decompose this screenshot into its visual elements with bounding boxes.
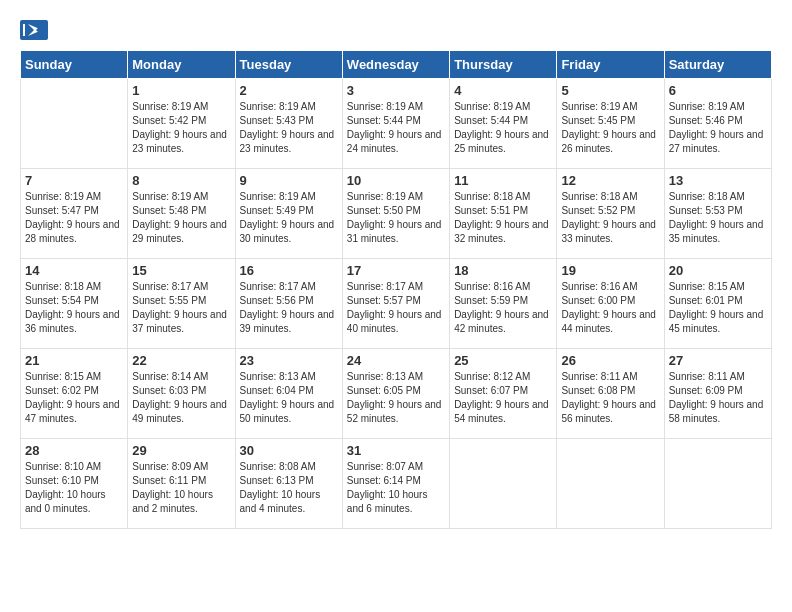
calendar-cell: 18Sunrise: 8:16 AMSunset: 5:59 PMDayligh… <box>450 259 557 349</box>
day-number: 11 <box>454 173 552 188</box>
day-number: 23 <box>240 353 338 368</box>
day-info: Sunrise: 8:19 AMSunset: 5:44 PMDaylight:… <box>347 100 445 156</box>
calendar-cell <box>664 439 771 529</box>
day-number: 4 <box>454 83 552 98</box>
day-info: Sunrise: 8:19 AMSunset: 5:48 PMDaylight:… <box>132 190 230 246</box>
day-number: 27 <box>669 353 767 368</box>
day-number: 19 <box>561 263 659 278</box>
weekday-header: Tuesday <box>235 51 342 79</box>
day-info: Sunrise: 8:11 AMSunset: 6:09 PMDaylight:… <box>669 370 767 426</box>
calendar-cell: 23Sunrise: 8:13 AMSunset: 6:04 PMDayligh… <box>235 349 342 439</box>
calendar-cell: 19Sunrise: 8:16 AMSunset: 6:00 PMDayligh… <box>557 259 664 349</box>
day-number: 5 <box>561 83 659 98</box>
day-number: 10 <box>347 173 445 188</box>
day-number: 30 <box>240 443 338 458</box>
day-info: Sunrise: 8:19 AMSunset: 5:50 PMDaylight:… <box>347 190 445 246</box>
day-info: Sunrise: 8:07 AMSunset: 6:14 PMDaylight:… <box>347 460 445 516</box>
day-number: 15 <box>132 263 230 278</box>
day-info: Sunrise: 8:18 AMSunset: 5:53 PMDaylight:… <box>669 190 767 246</box>
calendar-cell: 8Sunrise: 8:19 AMSunset: 5:48 PMDaylight… <box>128 169 235 259</box>
calendar-cell: 5Sunrise: 8:19 AMSunset: 5:45 PMDaylight… <box>557 79 664 169</box>
calendar-cell: 11Sunrise: 8:18 AMSunset: 5:51 PMDayligh… <box>450 169 557 259</box>
calendar-cell <box>557 439 664 529</box>
day-info: Sunrise: 8:09 AMSunset: 6:11 PMDaylight:… <box>132 460 230 516</box>
day-number: 3 <box>347 83 445 98</box>
weekday-header: Thursday <box>450 51 557 79</box>
day-info: Sunrise: 8:17 AMSunset: 5:57 PMDaylight:… <box>347 280 445 336</box>
calendar-cell <box>450 439 557 529</box>
day-info: Sunrise: 8:15 AMSunset: 6:02 PMDaylight:… <box>25 370 123 426</box>
day-number: 20 <box>669 263 767 278</box>
day-number: 25 <box>454 353 552 368</box>
page-header <box>20 20 772 40</box>
day-info: Sunrise: 8:18 AMSunset: 5:52 PMDaylight:… <box>561 190 659 246</box>
calendar-cell: 7Sunrise: 8:19 AMSunset: 5:47 PMDaylight… <box>21 169 128 259</box>
calendar-table: SundayMondayTuesdayWednesdayThursdayFrid… <box>20 50 772 529</box>
day-info: Sunrise: 8:11 AMSunset: 6:08 PMDaylight:… <box>561 370 659 426</box>
day-info: Sunrise: 8:19 AMSunset: 5:42 PMDaylight:… <box>132 100 230 156</box>
day-info: Sunrise: 8:17 AMSunset: 5:55 PMDaylight:… <box>132 280 230 336</box>
calendar-week-row: 28Sunrise: 8:10 AMSunset: 6:10 PMDayligh… <box>21 439 772 529</box>
day-number: 17 <box>347 263 445 278</box>
day-info: Sunrise: 8:18 AMSunset: 5:54 PMDaylight:… <box>25 280 123 336</box>
calendar-cell: 1Sunrise: 8:19 AMSunset: 5:42 PMDaylight… <box>128 79 235 169</box>
day-number: 26 <box>561 353 659 368</box>
day-info: Sunrise: 8:12 AMSunset: 6:07 PMDaylight:… <box>454 370 552 426</box>
calendar-header-row: SundayMondayTuesdayWednesdayThursdayFrid… <box>21 51 772 79</box>
calendar-cell: 2Sunrise: 8:19 AMSunset: 5:43 PMDaylight… <box>235 79 342 169</box>
day-info: Sunrise: 8:19 AMSunset: 5:44 PMDaylight:… <box>454 100 552 156</box>
calendar-week-row: 1Sunrise: 8:19 AMSunset: 5:42 PMDaylight… <box>21 79 772 169</box>
day-info: Sunrise: 8:18 AMSunset: 5:51 PMDaylight:… <box>454 190 552 246</box>
day-number: 2 <box>240 83 338 98</box>
day-info: Sunrise: 8:16 AMSunset: 6:00 PMDaylight:… <box>561 280 659 336</box>
calendar-cell: 20Sunrise: 8:15 AMSunset: 6:01 PMDayligh… <box>664 259 771 349</box>
day-info: Sunrise: 8:19 AMSunset: 5:43 PMDaylight:… <box>240 100 338 156</box>
calendar-cell: 10Sunrise: 8:19 AMSunset: 5:50 PMDayligh… <box>342 169 449 259</box>
calendar-cell: 28Sunrise: 8:10 AMSunset: 6:10 PMDayligh… <box>21 439 128 529</box>
calendar-cell: 12Sunrise: 8:18 AMSunset: 5:52 PMDayligh… <box>557 169 664 259</box>
day-number: 21 <box>25 353 123 368</box>
day-info: Sunrise: 8:19 AMSunset: 5:45 PMDaylight:… <box>561 100 659 156</box>
day-number: 13 <box>669 173 767 188</box>
day-info: Sunrise: 8:14 AMSunset: 6:03 PMDaylight:… <box>132 370 230 426</box>
calendar-cell: 24Sunrise: 8:13 AMSunset: 6:05 PMDayligh… <box>342 349 449 439</box>
calendar-cell: 9Sunrise: 8:19 AMSunset: 5:49 PMDaylight… <box>235 169 342 259</box>
day-info: Sunrise: 8:15 AMSunset: 6:01 PMDaylight:… <box>669 280 767 336</box>
weekday-header: Saturday <box>664 51 771 79</box>
day-number: 24 <box>347 353 445 368</box>
calendar-week-row: 7Sunrise: 8:19 AMSunset: 5:47 PMDaylight… <box>21 169 772 259</box>
calendar-cell: 14Sunrise: 8:18 AMSunset: 5:54 PMDayligh… <box>21 259 128 349</box>
day-number: 7 <box>25 173 123 188</box>
day-number: 12 <box>561 173 659 188</box>
calendar-cell: 30Sunrise: 8:08 AMSunset: 6:13 PMDayligh… <box>235 439 342 529</box>
calendar-cell: 29Sunrise: 8:09 AMSunset: 6:11 PMDayligh… <box>128 439 235 529</box>
calendar-cell <box>21 79 128 169</box>
day-number: 14 <box>25 263 123 278</box>
day-info: Sunrise: 8:16 AMSunset: 5:59 PMDaylight:… <box>454 280 552 336</box>
day-number: 9 <box>240 173 338 188</box>
calendar-cell: 26Sunrise: 8:11 AMSunset: 6:08 PMDayligh… <box>557 349 664 439</box>
weekday-header: Sunday <box>21 51 128 79</box>
calendar-cell: 17Sunrise: 8:17 AMSunset: 5:57 PMDayligh… <box>342 259 449 349</box>
day-info: Sunrise: 8:08 AMSunset: 6:13 PMDaylight:… <box>240 460 338 516</box>
day-info: Sunrise: 8:13 AMSunset: 6:04 PMDaylight:… <box>240 370 338 426</box>
calendar-cell: 4Sunrise: 8:19 AMSunset: 5:44 PMDaylight… <box>450 79 557 169</box>
weekday-header: Monday <box>128 51 235 79</box>
calendar-cell: 13Sunrise: 8:18 AMSunset: 5:53 PMDayligh… <box>664 169 771 259</box>
calendar-cell: 22Sunrise: 8:14 AMSunset: 6:03 PMDayligh… <box>128 349 235 439</box>
calendar-week-row: 21Sunrise: 8:15 AMSunset: 6:02 PMDayligh… <box>21 349 772 439</box>
day-info: Sunrise: 8:19 AMSunset: 5:47 PMDaylight:… <box>25 190 123 246</box>
day-info: Sunrise: 8:19 AMSunset: 5:49 PMDaylight:… <box>240 190 338 246</box>
calendar-cell: 6Sunrise: 8:19 AMSunset: 5:46 PMDaylight… <box>664 79 771 169</box>
weekday-header: Wednesday <box>342 51 449 79</box>
calendar-cell: 15Sunrise: 8:17 AMSunset: 5:55 PMDayligh… <box>128 259 235 349</box>
calendar-cell: 16Sunrise: 8:17 AMSunset: 5:56 PMDayligh… <box>235 259 342 349</box>
day-number: 22 <box>132 353 230 368</box>
calendar-week-row: 14Sunrise: 8:18 AMSunset: 5:54 PMDayligh… <box>21 259 772 349</box>
logo <box>20 20 52 40</box>
day-info: Sunrise: 8:13 AMSunset: 6:05 PMDaylight:… <box>347 370 445 426</box>
calendar-cell: 31Sunrise: 8:07 AMSunset: 6:14 PMDayligh… <box>342 439 449 529</box>
day-info: Sunrise: 8:17 AMSunset: 5:56 PMDaylight:… <box>240 280 338 336</box>
calendar-cell: 3Sunrise: 8:19 AMSunset: 5:44 PMDaylight… <box>342 79 449 169</box>
day-number: 6 <box>669 83 767 98</box>
